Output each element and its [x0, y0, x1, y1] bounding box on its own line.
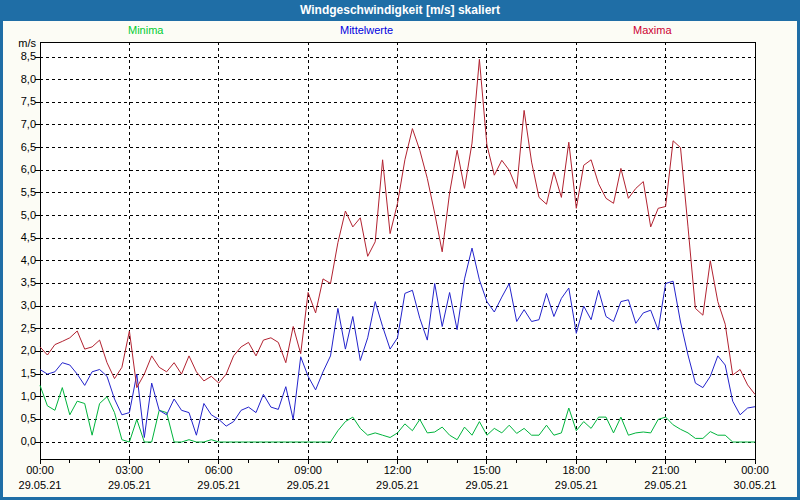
y-axis-unit-label: m/s	[6, 37, 36, 49]
app-window: Windgeschwindigkeit [m/s] skaliert Minim…	[0, 0, 800, 500]
window-title-bar: Windgeschwindigkeit [m/s] skaliert	[0, 0, 800, 21]
window-title: Windgeschwindigkeit [m/s] skaliert	[300, 3, 500, 17]
chart-plot	[0, 0, 800, 500]
legend-item-minima: Minima	[128, 24, 163, 36]
legend-item-maxima: Maxima	[633, 24, 672, 36]
legend-item-mittelwerte: Mittelwerte	[340, 24, 393, 36]
